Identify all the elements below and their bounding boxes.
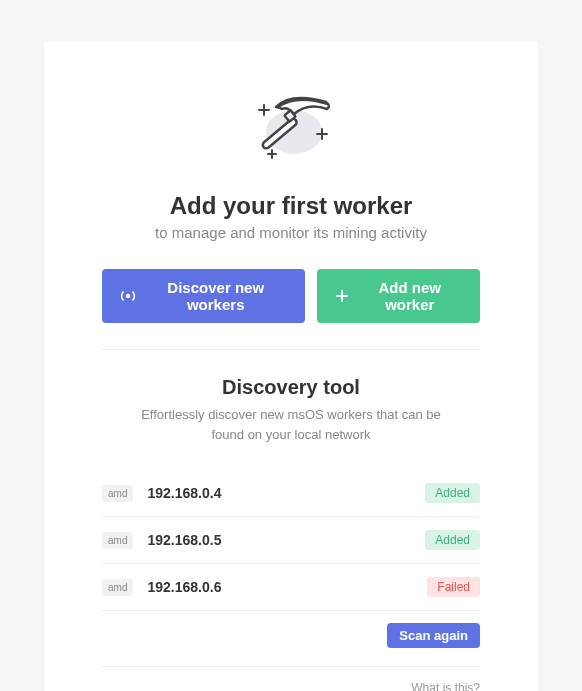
worker-tag: amd	[102, 485, 133, 502]
worker-list: amd 192.168.0.4 Added amd 192.168.0.5 Ad…	[102, 470, 480, 611]
scan-again-button[interactable]: Scan again	[387, 623, 480, 648]
discovery-title: Discovery tool	[102, 376, 480, 399]
status-badge: Failed	[427, 577, 480, 597]
status-badge: Added	[425, 483, 480, 503]
worker-ip: 192.168.0.6	[147, 579, 427, 595]
page-subtitle: to manage and monitor its mining activit…	[102, 224, 480, 241]
worker-row: amd 192.168.0.5 Added	[102, 517, 480, 564]
radar-icon	[120, 288, 136, 304]
what-is-this-link[interactable]: What is this?	[411, 681, 480, 691]
worker-row: amd 192.168.0.6 Failed	[102, 564, 480, 610]
pickaxe-illustration	[102, 82, 480, 172]
worker-row: amd 192.168.0.4 Added	[102, 470, 480, 517]
plus-icon	[335, 289, 349, 303]
discovery-subtitle: Effortlessly discover new msOS workers t…	[131, 405, 451, 444]
onboarding-card: Add your first worker to manage and moni…	[44, 42, 538, 691]
footer-link-row: What is this?	[102, 667, 480, 691]
discover-workers-label: Discover new workers	[144, 279, 287, 313]
worker-tag: amd	[102, 579, 133, 596]
scan-row: Scan again	[102, 611, 480, 667]
action-buttons: Discover new workers Add new worker	[102, 269, 480, 350]
worker-ip: 192.168.0.4	[147, 485, 425, 501]
discover-workers-button[interactable]: Discover new workers	[102, 269, 305, 323]
add-worker-label: Add new worker	[357, 279, 462, 313]
page-title: Add your first worker	[102, 192, 480, 220]
svg-point-3	[126, 294, 130, 298]
status-badge: Added	[425, 530, 480, 550]
worker-ip: 192.168.0.5	[147, 532, 425, 548]
add-worker-button[interactable]: Add new worker	[317, 269, 480, 323]
worker-tag: amd	[102, 532, 133, 549]
